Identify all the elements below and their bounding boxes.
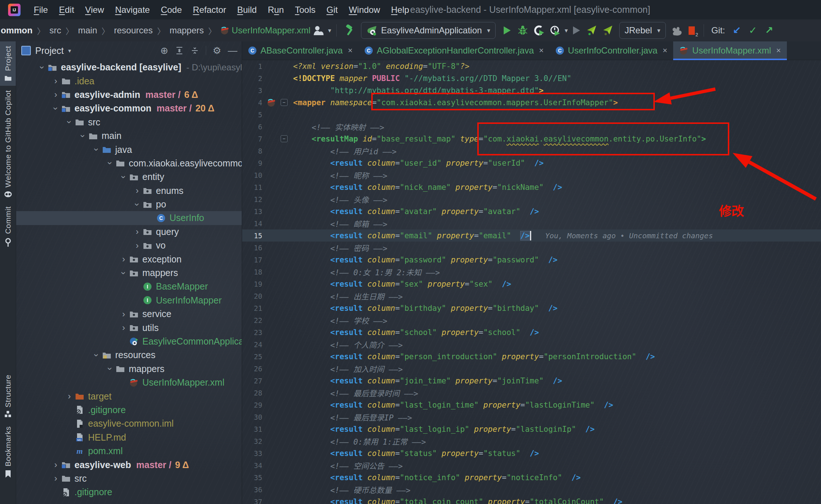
coverage-run-button[interactable]: [532, 22, 546, 38]
tree-chevron[interactable]: ›: [105, 158, 115, 169]
code-line-32[interactable]: 32 <!—— 0:禁用 1:正常 ——>: [242, 435, 821, 447]
breadcrumb-item[interactable]: src: [49, 25, 62, 36]
jrebel-select[interactable]: JRebel ▾: [619, 22, 666, 39]
breadcrumb-item[interactable]: mappers: [169, 25, 204, 36]
build-hammer-icon[interactable]: [343, 22, 357, 38]
breadcrumb-file[interactable]: UserInfoMapper.xml: [232, 25, 311, 36]
tree-item-exception[interactable]: ›exception: [16, 252, 242, 266]
tree-chevron[interactable]: ›: [132, 185, 143, 196]
tree-chevron[interactable]: ›: [91, 350, 102, 361]
code-line-28[interactable]: 28 <!—— 最后登录时间 ——>: [242, 387, 821, 399]
jrebel-run-button[interactable]: [585, 22, 599, 38]
editor-tab-userinfomapper.xml[interactable]: UserInfoMapper.xml×: [673, 41, 787, 60]
tool-window-button-structure[interactable]: Structure: [0, 370, 16, 422]
tree-chevron[interactable]: ›: [64, 391, 75, 401]
tree-chevron[interactable]: ›: [91, 144, 102, 155]
code-line-8[interactable]: 8 <!—— 用户id ——>: [242, 145, 821, 157]
chevron-down-icon[interactable]: ▾: [68, 47, 71, 54]
tree-chevron[interactable]: ›: [118, 254, 129, 264]
code-line-24[interactable]: 24 <!—— 个人简介 ——>: [242, 338, 821, 350]
tree-chevron[interactable]: ›: [50, 473, 61, 483]
tree-item-java[interactable]: ›java: [16, 143, 242, 156]
code-line-7[interactable]: 7− <resultMap id="base_result_map" type=…: [242, 133, 821, 145]
code-line-35[interactable]: 35 <result column="notice_info" property…: [242, 471, 821, 483]
code-line-36[interactable]: 36 <!—— 硬币总数量 ——>: [242, 483, 821, 496]
code-line-6[interactable]: 6 <!—— 实体映射 ——>: [242, 121, 821, 133]
tree-item-help.md[interactable]: MDHELP.md: [16, 431, 242, 444]
code-line-22[interactable]: 22 <!—— 学校 ——>: [242, 314, 821, 326]
project-panel-title[interactable]: Project: [35, 45, 64, 56]
tree-item-po[interactable]: ›po: [16, 198, 242, 211]
code-line-18[interactable]: 18 <!—— 0:女 1:男 2:未知 ——>: [242, 266, 821, 278]
tree-item-easylive-admin[interactable]: ›easylive-adminmaster /6 Δ: [16, 88, 242, 102]
code-line-25[interactable]: 25 <result column="person_introduction" …: [242, 350, 821, 363]
editor-tab-userinfocontroller.java[interactable]: CUserInfoController.java×: [550, 41, 673, 60]
editor-tab-abasecontroller.java[interactable]: CABaseController.java×: [242, 41, 358, 60]
tab-close-icon[interactable]: ×: [776, 46, 781, 55]
tree-chevron[interactable]: ›: [118, 323, 129, 333]
code-line-23[interactable]: 23 <result column="school" property="sch…: [242, 326, 821, 338]
tree-item-userinfomapper.xml[interactable]: UserInfoMapper.xml: [16, 376, 242, 389]
tool-window-button-project[interactable]: Project: [0, 41, 16, 86]
tree-chevron[interactable]: ›: [50, 460, 61, 470]
code-line-21[interactable]: 21 <result column="birthday" property="b…: [242, 302, 821, 314]
tree-chevron[interactable]: ›: [37, 62, 47, 73]
run-configuration-select[interactable]: EasyliveAdminApplication ▾: [361, 22, 496, 39]
code-line-1[interactable]: 1<?xml version="1.0" encoding="UTF-8"?>: [242, 60, 821, 72]
code-line-12[interactable]: 12 <!—— 头像 ——>: [242, 193, 821, 205]
menu-item-tools[interactable]: Tools: [291, 3, 320, 17]
editor[interactable]: 1<?xml version="1.0" encoding="UTF-8"?>2…: [242, 60, 821, 504]
git-commit-check-icon[interactable]: ✓: [745, 22, 760, 38]
tree-item-userinfo[interactable]: CUserInfo: [16, 211, 242, 225]
code-line-29[interactable]: 29 <result column="last_login_time" prop…: [242, 399, 821, 411]
tree-item-easylivecommonapplication[interactable]: EasyliveCommonApplication: [16, 335, 242, 348]
mybatis-gutter-icon[interactable]: [267, 98, 276, 107]
code-line-13[interactable]: 13 <result column="avatar" property="ava…: [242, 205, 821, 217]
tree-item-com.xiaokai.easylivecommon[interactable]: ›com.xiaokai.easylivecommon: [16, 157, 242, 170]
tree-item-service[interactable]: ›service: [16, 307, 242, 321]
profiler-run-button[interactable]: [548, 22, 562, 38]
tree-item-vo[interactable]: ›vo: [16, 239, 242, 252]
code-line-15[interactable]: 15 <result column="email" property="emai…: [242, 229, 821, 242]
code-line-5[interactable]: 5: [242, 108, 821, 121]
tool-window-button-welcome-to-github-copilot[interactable]: Welcome to GitHub Copilot: [0, 86, 16, 202]
tree-chevron[interactable]: ›: [118, 309, 129, 319]
code-line-4[interactable]: 4−<mapper namespace="com.xiaokai.easyliv…: [242, 96, 821, 108]
tree-item-easylive-backend[interactable]: ›easylive-backend [easylive]- D:\yupi\ea…: [16, 60, 242, 74]
menu-item-navigate[interactable]: Navigate: [111, 3, 154, 17]
tree-chevron[interactable]: ›: [64, 117, 74, 128]
tree-item-src[interactable]: ›src: [16, 115, 242, 129]
tree-chevron[interactable]: ›: [51, 103, 61, 114]
code-line-2[interactable]: 2<!DOCTYPE mapper PUBLIC "-//mybatis.org…: [242, 72, 821, 84]
tree-item-basemapper[interactable]: IBaseMapper: [16, 280, 242, 293]
tree-item-query[interactable]: ›query: [16, 225, 242, 239]
code-line-31[interactable]: 31 <result column="last_login_ip" proper…: [242, 423, 821, 435]
breadcrumb-item[interactable]: main: [77, 25, 98, 36]
menu-item-code[interactable]: Code: [156, 3, 186, 17]
code-line-20[interactable]: 20 <!—— 出生日期 ——>: [242, 290, 821, 302]
tool-window-button-commit[interactable]: Commit: [0, 202, 16, 251]
tree-chevron[interactable]: ›: [132, 240, 143, 251]
tree-item-utils[interactable]: ›utils: [16, 321, 242, 334]
tree-item-userinfomapper[interactable]: IUserInfoMapper: [16, 294, 242, 307]
tree-item-entity[interactable]: ›entity: [16, 170, 242, 184]
code-line-30[interactable]: 30 <!—— 最后登录IP ——>: [242, 411, 821, 423]
tree-item-resources[interactable]: ›resources: [16, 348, 242, 362]
tree-item-easylive-common[interactable]: ›easylive-commonmaster /20 Δ: [16, 102, 242, 115]
tree-item-pom.xml[interactable]: mpom.xml: [16, 444, 242, 458]
menu-item-help[interactable]: Help: [387, 3, 413, 17]
tree-item-target[interactable]: ›target: [16, 389, 242, 403]
tree-chevron[interactable]: ›: [50, 89, 61, 100]
fold-marker-icon[interactable]: −: [281, 99, 288, 106]
tree-chevron[interactable]: ›: [118, 172, 129, 183]
tree-item-enums[interactable]: ›enums: [16, 184, 242, 198]
locate-file-icon[interactable]: ⊕: [160, 46, 168, 55]
code-line-34[interactable]: 34 <!—— 空间公告 ——>: [242, 459, 821, 471]
tree-item-main[interactable]: ›main: [16, 129, 242, 143]
tool-window-button-bookmarks[interactable]: Bookmarks: [0, 422, 16, 482]
code-line-26[interactable]: 26 <!—— 加入时间 ——>: [242, 363, 821, 375]
editor-tab-aglobalexceptionhandlercontroller.java[interactable]: CAGlobalExceptionHandlerController.java×: [358, 41, 550, 60]
settings-gear-icon[interactable]: ⚙: [213, 46, 221, 55]
hide-panel-icon[interactable]: —: [228, 46, 237, 55]
menu-item-window[interactable]: Window: [344, 3, 384, 17]
